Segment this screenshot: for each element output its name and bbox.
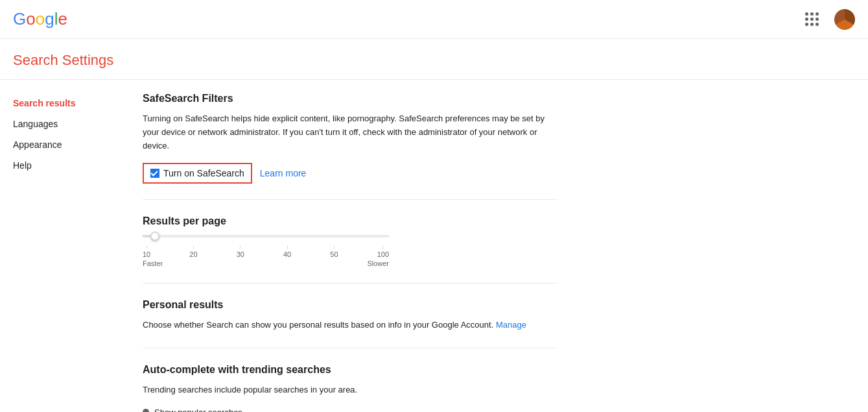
apps-dot — [805, 12, 808, 16]
apps-dot — [805, 23, 808, 26]
google-logo[interactable]: Google — [13, 9, 67, 29]
safesearch-checkbox-text: Turn on SafeSearch — [163, 168, 244, 178]
logo-e: e — [58, 9, 67, 29]
sidebar: Search results Languages Appearance Help — [0, 93, 130, 412]
slider-labels: Faster Slower — [143, 260, 389, 267]
learn-more-link[interactable]: Learn more — [260, 168, 307, 178]
slider-tick-40: 40 — [283, 245, 291, 258]
slider-tick-20: 20 — [189, 245, 197, 258]
manage-link[interactable]: Manage — [496, 320, 526, 330]
safesearch-section: SafeSearch Filters Turning on SafeSearch… — [143, 93, 557, 200]
personal-results-desc: Choose whether Search can show you perso… — [143, 319, 557, 332]
slider-tick-100: 100 — [377, 245, 389, 258]
sidebar-item-languages[interactable]: Languages — [13, 114, 117, 134]
tick-label-40: 40 — [283, 250, 291, 258]
header: Google — [0, 0, 868, 39]
slider-track — [143, 235, 389, 237]
apps-dot — [815, 12, 819, 16]
slider-container: 10 20 30 40 — [143, 235, 389, 267]
slider-tick-30: 30 — [237, 245, 244, 258]
autocomplete-desc: Trending searches include popular search… — [143, 383, 557, 397]
apps-dot — [810, 18, 814, 21]
radio-dot — [143, 409, 149, 412]
safesearch-row: Turn on SafeSearch Learn more — [143, 163, 557, 184]
content: SafeSearch Filters Turning on SafeSearch… — [130, 93, 583, 412]
slider-label-slower: Slower — [367, 260, 389, 267]
apps-dot — [815, 18, 819, 21]
header-right — [800, 7, 855, 31]
sidebar-item-help[interactable]: Help — [13, 155, 117, 176]
logo-g2: g — [45, 9, 54, 29]
autocomplete-title: Auto-complete with trending searches — [143, 364, 557, 376]
apps-dot — [805, 18, 808, 21]
slider-label-faster: Faster — [143, 260, 163, 267]
tick-label-100: 100 — [377, 250, 389, 258]
results-per-page-title: Results per page — [143, 215, 557, 227]
slider-ticks: 10 20 30 40 — [143, 245, 389, 258]
logo-o2: o — [36, 9, 45, 29]
sidebar-item-search-results[interactable]: Search results — [13, 93, 117, 114]
page-title: Search Settings — [13, 52, 855, 69]
radio-option-popular[interactable]: Show popular searches — [143, 407, 557, 412]
slider-tick-10: 10 — [143, 245, 150, 258]
header-left: Google — [13, 9, 67, 29]
page-title-bar: Search Settings — [0, 39, 868, 80]
avatar[interactable] — [834, 9, 855, 30]
safesearch-checkbox[interactable] — [150, 169, 159, 178]
safesearch-label[interactable]: Turn on SafeSearch — [143, 163, 252, 184]
apps-dot — [810, 23, 814, 26]
apps-icon[interactable] — [800, 7, 824, 31]
logo-g: G — [13, 9, 26, 29]
slider-tick-50: 50 — [330, 245, 338, 258]
apps-dot — [810, 12, 814, 16]
results-per-page-section: Results per page 10 20 — [143, 215, 557, 284]
safesearch-description: Turning on SafeSearch helps hide explici… — [143, 112, 557, 152]
logo-o1: o — [26, 9, 35, 29]
tick-label-50: 50 — [330, 250, 338, 258]
autocomplete-section: Auto-complete with trending searches Tre… — [143, 364, 557, 412]
apps-dot — [815, 23, 819, 26]
personal-results-section: Personal results Choose whether Search c… — [143, 299, 557, 348]
main-layout: Search results Languages Appearance Help… — [0, 80, 868, 412]
radio-option-label: Show popular searches — [154, 407, 242, 412]
personal-results-title: Personal results — [143, 299, 557, 311]
tick-label-30: 30 — [237, 250, 244, 258]
tick-label-20: 20 — [189, 250, 197, 258]
slider-thumb[interactable] — [150, 232, 159, 241]
personal-results-text: Choose whether Search can show you perso… — [143, 320, 493, 330]
safesearch-title: SafeSearch Filters — [143, 93, 557, 104]
sidebar-item-appearance[interactable]: Appearance — [13, 134, 117, 155]
tick-label-10: 10 — [143, 250, 150, 258]
